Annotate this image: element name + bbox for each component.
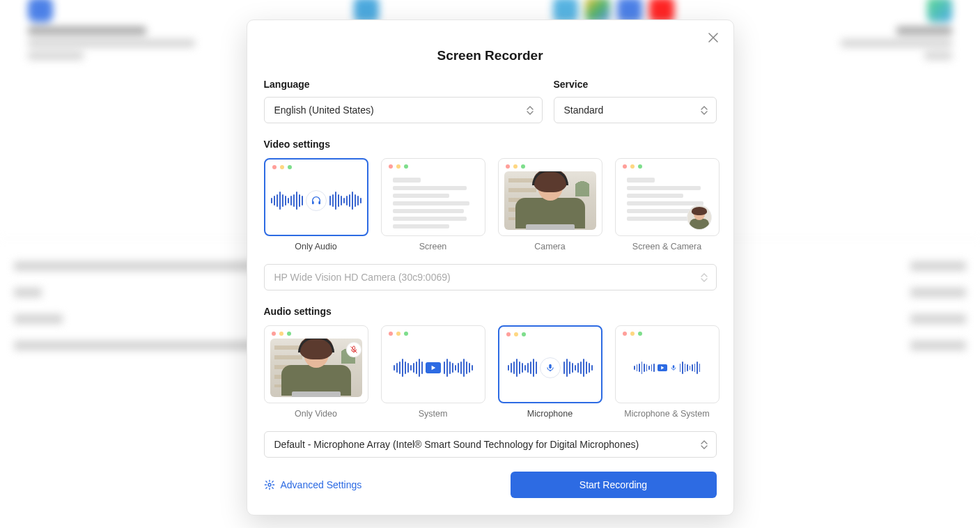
tile-label: System [419,409,448,419]
audio-option-microphone[interactable]: Microphone [498,325,602,419]
screen-play-icon [426,362,441,373]
screen-recorder-modal: Screen Recorder Language English (United… [247,20,734,515]
tile-label: Microphone [527,409,573,419]
service-select[interactable]: Standard [554,97,717,123]
start-recording-button[interactable]: Start Recording [511,472,717,498]
svg-point-4 [268,483,271,486]
tile-label: Only Audio [295,242,336,251]
svg-rect-3 [672,365,674,368]
modal-title: Screen Recorder [247,48,733,63]
advanced-settings-link[interactable]: Advanced Settings [264,479,362,490]
mic-muted-icon [347,343,361,357]
audio-option-only-video[interactable]: Only Video [264,325,368,419]
video-option-screen[interactable]: Screen [381,158,485,251]
microphone-device-select[interactable]: Default - Microphone Array (Intel® Smart… [264,431,717,458]
video-options: Only Audio Screen [264,158,717,251]
svg-rect-2 [549,364,552,368]
video-option-only-audio[interactable]: Only Audio [264,158,368,251]
microphone-device-value: Default - Microphone Array (Intel® Smart… [274,439,639,450]
camera-preview-icon [504,171,596,230]
advanced-settings-label: Advanced Settings [281,479,362,490]
headphones-icon [306,190,327,211]
camera-device-value: HP Wide Vision HD Camera (30c9:0069) [274,272,451,283]
tile-label: Screen [419,242,447,251]
audio-option-mic-system[interactable]: Microphone & System [615,325,720,419]
svg-rect-1 [318,201,320,205]
svg-rect-0 [312,201,314,205]
audio-settings-label: Audio settings [264,306,717,317]
language-value: English (United States) [274,104,374,116]
pip-avatar-icon [687,205,712,230]
camera-device-select: HP Wide Vision HD Camera (30c9:0069) [264,264,717,290]
tile-label: Only Video [295,409,337,419]
service-label: Service [554,79,717,90]
video-settings-label: Video settings [264,139,717,150]
audio-options: Only Video System [264,325,717,419]
language-label: Language [264,79,543,90]
microphone-icon [540,357,561,378]
service-value: Standard [564,104,604,116]
chevron-updown-icon [701,272,709,283]
audio-option-system[interactable]: System [381,325,485,419]
modal-overlay: Screen Recorder Language English (United… [0,0,980,528]
tile-label: Camera [534,242,565,251]
chevron-updown-icon [527,104,535,116]
video-option-camera[interactable]: Camera [498,158,602,251]
close-button[interactable] [706,30,721,45]
video-option-screen-camera[interactable]: Screen & Camera [615,158,720,251]
microphone-icon [670,364,677,371]
close-icon [708,33,718,42]
tile-label: Microphone & System [624,409,709,419]
document-icon [382,159,485,236]
tile-label: Screen & Camera [632,242,701,251]
gear-icon [264,479,275,490]
chevron-updown-icon [701,439,709,450]
screen-play-icon [658,364,667,371]
language-select[interactable]: English (United States) [264,97,543,123]
chevron-updown-icon [701,104,709,116]
